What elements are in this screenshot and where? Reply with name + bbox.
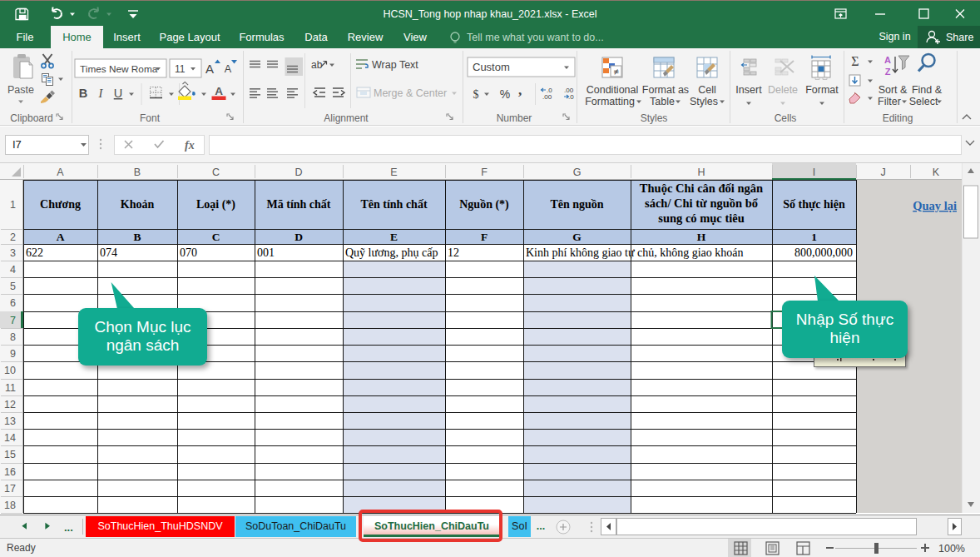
svg-text:8: 8 <box>10 331 16 343</box>
svg-text:Khoản: Khoản <box>121 198 155 211</box>
svg-text:Số thực hiện: Số thực hiện <box>783 198 845 211</box>
svg-text:070: 070 <box>180 246 197 259</box>
svg-text:14: 14 <box>4 432 16 444</box>
svg-text:Find &: Find & <box>912 84 943 96</box>
svg-text:Chương: Chương <box>40 198 81 211</box>
svg-text:Tên tính chất: Tên tính chất <box>360 198 427 211</box>
svg-text:001: 001 <box>257 246 275 259</box>
svg-text:.00: .00 <box>542 93 552 101</box>
svg-text:...: ... <box>64 521 73 534</box>
svg-text:D: D <box>294 231 303 243</box>
svg-text:Wrap Text: Wrap Text <box>372 59 418 71</box>
svg-text:≠: ≠ <box>613 67 618 77</box>
svg-text:Alignment: Alignment <box>324 112 369 124</box>
svg-text:Share: Share <box>946 32 973 43</box>
svg-text:Insert: Insert <box>735 84 762 96</box>
svg-text:18: 18 <box>4 500 16 511</box>
svg-text:,: , <box>518 82 522 98</box>
svg-text:A: A <box>57 231 65 243</box>
svg-text:12: 12 <box>448 246 459 259</box>
svg-text:Formatting: Formatting <box>585 96 635 107</box>
svg-text:Thuộc Chi cân đối ngân: Thuộc Chi cân đối ngân <box>640 182 763 195</box>
svg-text:1: 1 <box>811 231 817 243</box>
svg-text:Select: Select <box>909 96 938 107</box>
svg-text:3: 3 <box>10 247 16 259</box>
svg-text:Clipboard: Clipboard <box>10 112 52 124</box>
svg-text:15: 15 <box>4 449 16 460</box>
svg-text:%: % <box>500 87 510 101</box>
svg-text:5: 5 <box>10 281 16 292</box>
svg-text:Σ: Σ <box>851 54 859 68</box>
svg-text:.0: .0 <box>568 93 574 101</box>
svg-text:Nguồn (*): Nguồn (*) <box>459 198 509 211</box>
svg-text:J: J <box>880 167 885 178</box>
svg-text:074: 074 <box>100 246 117 259</box>
svg-text:I: I <box>98 87 104 100</box>
svg-text:A: A <box>215 85 223 97</box>
svg-text:Sort &: Sort & <box>879 84 908 96</box>
svg-text:$: $ <box>473 88 479 101</box>
svg-text:Custom: Custom <box>473 61 510 73</box>
svg-text:Tell me what you want to do...: Tell me what you want to do... <box>467 32 604 43</box>
svg-text:sách/ Chi từ nguồn bổ: sách/ Chi từ nguồn bổ <box>645 196 758 210</box>
svg-text:Filter: Filter <box>878 96 901 107</box>
svg-text:16: 16 <box>4 466 16 478</box>
svg-text:B: B <box>79 87 87 100</box>
svg-text:6: 6 <box>10 297 16 309</box>
svg-text:11: 11 <box>175 63 186 75</box>
svg-text:17: 17 <box>4 483 16 495</box>
svg-text:Number: Number <box>497 112 532 124</box>
svg-text:Z: Z <box>885 67 891 77</box>
svg-text:K: K <box>933 167 940 178</box>
svg-text:9: 9 <box>10 348 16 360</box>
svg-text:A: A <box>205 62 214 76</box>
svg-text:Delete: Delete <box>768 84 798 96</box>
svg-text:Loại (*): Loại (*) <box>196 198 235 211</box>
svg-text:Editing: Editing <box>883 112 913 124</box>
svg-text:H: H <box>697 167 705 178</box>
svg-text:I: I <box>813 167 815 178</box>
svg-text:U: U <box>114 87 122 100</box>
svg-text:622: 622 <box>26 246 43 259</box>
svg-text:Styles: Styles <box>641 112 668 124</box>
svg-text:Merge & Center: Merge & Center <box>374 87 447 99</box>
svg-text:2: 2 <box>10 231 16 243</box>
svg-text:Quay lại: Quay lại <box>913 199 957 212</box>
svg-text:Cells: Cells <box>775 112 797 124</box>
svg-text:11: 11 <box>5 382 16 394</box>
svg-text:Quỹ lương, phụ cấp: Quỹ lương, phụ cấp <box>345 246 438 259</box>
svg-text:Paste: Paste <box>7 84 34 96</box>
svg-text:E: E <box>390 167 397 178</box>
svg-text:Mã tính chất: Mã tính chất <box>267 198 331 211</box>
svg-text:G: G <box>572 231 582 243</box>
svg-text:7: 7 <box>10 315 16 326</box>
svg-text:100%: 100% <box>938 543 965 555</box>
svg-text:fx: fx <box>185 139 195 152</box>
svg-text:sung có mục tiêu: sung có mục tiêu <box>658 211 745 225</box>
svg-text:Table: Table <box>650 96 675 107</box>
svg-text:Styles: Styles <box>690 96 718 107</box>
svg-text:13: 13 <box>4 415 16 427</box>
svg-text:Cell: Cell <box>698 84 716 96</box>
svg-text:H: H <box>697 231 706 243</box>
svg-text:Conditional: Conditional <box>587 84 639 96</box>
svg-text:800,000,000: 800,000,000 <box>794 246 853 259</box>
svg-text:Times New Roma: Times New Roma <box>80 63 158 75</box>
svg-text:G: G <box>573 167 582 178</box>
svg-text:F: F <box>481 167 488 178</box>
svg-text:A: A <box>57 167 64 178</box>
svg-text:Format: Format <box>805 84 839 96</box>
svg-text:F: F <box>481 231 488 243</box>
svg-text:B: B <box>133 231 141 243</box>
svg-text:D: D <box>294 167 302 178</box>
svg-text:E: E <box>390 231 398 243</box>
svg-text:Tên nguồn: Tên nguồn <box>550 198 603 211</box>
svg-text:12: 12 <box>4 399 16 410</box>
svg-text:4: 4 <box>10 264 16 276</box>
svg-text:ab: ab <box>311 59 323 71</box>
svg-text:1: 1 <box>10 199 16 211</box>
svg-text:Kinh phí không giao tự chủ, kh: Kinh phí không giao tự chủ, không giao k… <box>526 246 744 259</box>
svg-text:C: C <box>212 231 220 243</box>
svg-text:Format as: Format as <box>642 84 689 96</box>
svg-text:C: C <box>212 167 220 178</box>
